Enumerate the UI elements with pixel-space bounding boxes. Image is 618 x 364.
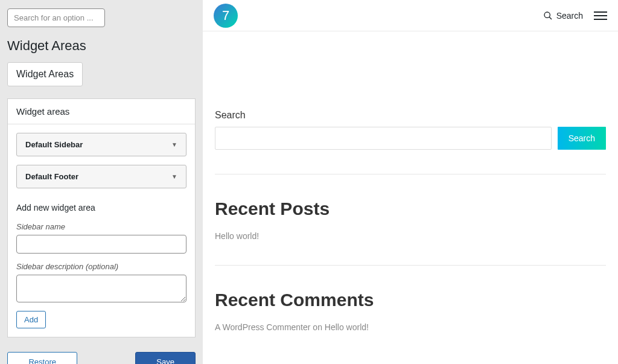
recent-post-item[interactable]: Hello world!: [215, 231, 606, 266]
panel-header: Widget areas: [8, 99, 195, 124]
sidebar-desc-label: Sidebar description (optional): [16, 262, 186, 271]
save-options-button[interactable]: Save Options: [135, 352, 196, 364]
svg-point-0: [544, 12, 550, 18]
search-input[interactable]: [215, 127, 552, 150]
search-toggle-label: Search: [556, 11, 583, 21]
dropdown-label: Default Sidebar: [25, 140, 83, 149]
section-title: Widget Areas: [7, 38, 196, 54]
restore-defaults-button[interactable]: Restore Defaults: [7, 352, 77, 364]
recent-comment-item[interactable]: A WordPress Commenter on Hello world!: [215, 322, 606, 332]
sidebar-name-label: Sidebar name: [16, 222, 186, 231]
recent-posts-title: Recent Posts: [215, 199, 606, 219]
topbar: 7 Search: [203, 0, 618, 31]
footer-buttons: Restore Defaults Save Options: [7, 352, 196, 364]
topbar-right: Search: [543, 11, 607, 21]
preview-content: Search Search Recent Posts Hello world! …: [203, 110, 618, 344]
tab-widget-areas[interactable]: Widget Areas: [7, 62, 83, 86]
search-option-input[interactable]: [7, 8, 105, 27]
site-logo[interactable]: 7: [214, 4, 238, 28]
search-toggle[interactable]: Search: [543, 11, 583, 21]
sidebar-desc-input[interactable]: [16, 275, 186, 302]
svg-line-1: [549, 17, 552, 19]
dropdown-default-footer[interactable]: Default Footer ▼: [16, 165, 186, 188]
sidebar-name-input[interactable]: [16, 235, 186, 254]
search-icon: [543, 11, 553, 21]
preview-area: 7 Search Search Search Recent Posts Hell…: [203, 0, 618, 364]
search-button[interactable]: Search: [558, 127, 606, 150]
panel-body: Default Sidebar ▼ Default Footer ▼ Add n…: [8, 124, 195, 337]
widget-areas-panel: Widget areas Default Sidebar ▼ Default F…: [7, 98, 196, 337]
chevron-down-icon: ▼: [171, 141, 177, 148]
add-button[interactable]: Add: [16, 311, 46, 328]
recent-comments-title: Recent Comments: [215, 290, 606, 310]
search-widget: Search: [215, 127, 606, 174]
add-new-heading: Add new widget area: [16, 203, 186, 212]
menu-icon[interactable]: [594, 11, 607, 20]
dropdown-default-sidebar[interactable]: Default Sidebar ▼: [16, 133, 186, 156]
chevron-down-icon: ▼: [171, 173, 177, 180]
search-widget-label: Search: [215, 110, 606, 121]
customizer-sidebar: Widget Areas Widget Areas Widget areas D…: [0, 0, 203, 364]
dropdown-label: Default Footer: [25, 172, 78, 181]
